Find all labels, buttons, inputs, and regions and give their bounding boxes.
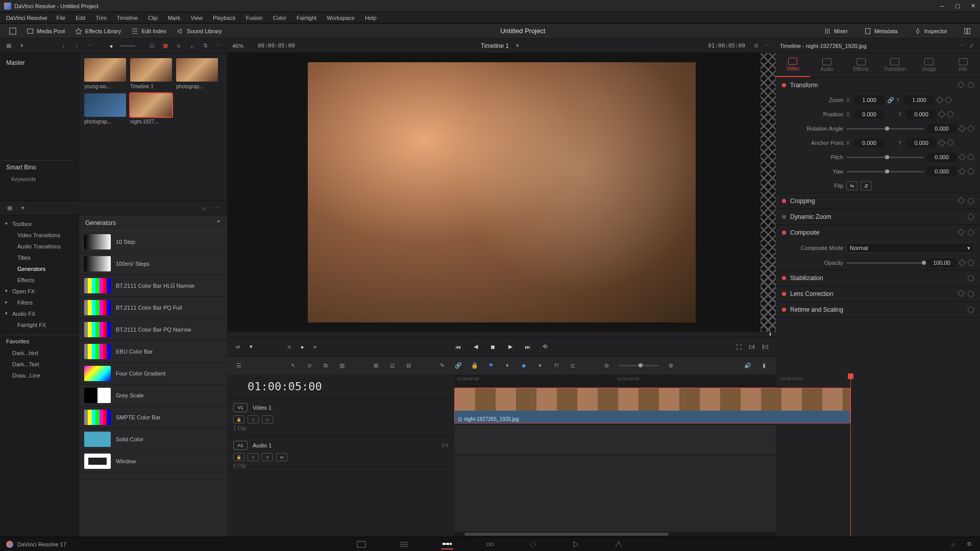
effects-library-button[interactable]: Effects Library <box>70 26 126 37</box>
tree-effects[interactable]: Effects <box>1 274 78 286</box>
track-disable-icon[interactable]: ▭ <box>262 415 273 423</box>
section-enable-dot[interactable] <box>782 83 786 87</box>
loop-button[interactable]: ⟲ <box>541 342 550 352</box>
marker-dropdown-icon[interactable]: ▾ <box>535 361 545 370</box>
section-enable-dot[interactable] <box>782 276 786 280</box>
favorite-item[interactable]: Dark...Text <box>1 359 78 370</box>
yaw-slider[interactable] <box>846 171 924 172</box>
tree-audio-transitions[interactable]: Audio Transitions <box>1 241 78 252</box>
zoom-y-field[interactable] <box>904 95 934 105</box>
audio-icon[interactable]: 🔊 <box>743 361 752 370</box>
generator-item[interactable]: SMPTE Color Bar <box>79 407 227 429</box>
keyframe-icon[interactable] <box>938 111 945 118</box>
generator-item[interactable]: Four Color Gradient <box>79 363 227 385</box>
timeline-ruler[interactable]: 01:00:00:00 01:00:02:00 01:00:04:25 <box>454 374 776 387</box>
record-icon[interactable]: ● <box>107 41 116 51</box>
track-tag-a1[interactable]: A1 <box>233 441 248 450</box>
pitch-field[interactable] <box>927 153 957 162</box>
track-solo-icon[interactable]: S <box>262 453 273 461</box>
last-frame-button[interactable]: ⏭ <box>523 342 532 352</box>
reset-icon[interactable] <box>968 168 974 174</box>
tree-titles[interactable]: Titles <box>1 252 78 263</box>
audio-track-header[interactable]: A1 Audio 1 2.0 🔒 ◇ S M 0 Clip <box>227 437 454 467</box>
track-arm-icon[interactable]: ◇ <box>248 453 259 461</box>
link-icon[interactable]: 🔗 <box>887 97 893 103</box>
edit-index-button[interactable]: Edit Index <box>126 26 172 37</box>
fullscreen-viewer-icon[interactable]: ⛶ <box>734 342 743 352</box>
play-button[interactable]: ▶ <box>506 342 515 352</box>
track-lock-icon[interactable]: 🔒 <box>233 415 244 423</box>
opacity-slider[interactable] <box>846 262 924 264</box>
flag-icon[interactable]: ⚑ <box>486 361 496 370</box>
generator-item[interactable]: Window <box>79 450 227 472</box>
lock-icon[interactable]: 🔒 <box>470 361 479 370</box>
menu-playback[interactable]: Playback <box>208 15 241 21</box>
video-track[interactable]: ⊡night-1927265_1920.jpg <box>454 387 776 424</box>
zoom-x-field[interactable] <box>854 95 884 105</box>
step-fwd-icon[interactable]: ▷| <box>747 342 756 352</box>
nav-fwd-icon[interactable]: › <box>72 41 81 51</box>
audio-track[interactable] <box>454 424 776 455</box>
track-auto-icon[interactable]: ◇ <box>248 415 259 423</box>
thumb-view-icon[interactable]: ▦ <box>161 41 170 51</box>
generator-item[interactable]: BT.2111 Color Bar PQ Narrow <box>79 319 227 341</box>
menu-clip[interactable]: Clip <box>143 15 163 21</box>
viewer[interactable] <box>227 53 776 332</box>
timeline-dropdown-icon[interactable]: ▾ <box>513 41 522 51</box>
next-edit-icon[interactable]: ▹ <box>311 342 320 352</box>
section-enable-dot[interactable] <box>782 292 786 296</box>
selection-tool[interactable]: ↖ <box>288 361 298 370</box>
tree-fairlightfx[interactable]: Fairlight FX <box>1 319 78 331</box>
tree-generators[interactable]: Generators <box>1 263 78 274</box>
timeline-view-icon[interactable]: ☰ <box>234 361 243 370</box>
reset-icon[interactable] <box>968 214 974 220</box>
keyframe-icon[interactable] <box>958 81 965 88</box>
timeline-clip[interactable]: ⊡night-1927265_1920.jpg <box>454 388 850 423</box>
crop-mode-icon[interactable]: ▱ <box>233 342 242 352</box>
reset-icon[interactable] <box>968 154 974 160</box>
close-button[interactable]: ✕ <box>970 3 976 9</box>
reset-icon[interactable] <box>968 291 974 297</box>
reset-icon[interactable] <box>968 230 974 236</box>
inspector-expand-icon[interactable]: ⤢ <box>967 41 976 51</box>
menu-mark[interactable]: Mark <box>163 15 185 21</box>
viewer-zoom[interactable]: 46% <box>232 43 243 49</box>
rotation-field[interactable] <box>927 124 957 133</box>
keyframe-icon[interactable] <box>936 96 943 104</box>
replace-clip-icon[interactable]: ⊟ <box>404 361 413 370</box>
mixer-button[interactable]: Mixer <box>819 26 853 37</box>
page-fairlight[interactable] <box>570 539 582 549</box>
stop-button[interactable]: ⏹ <box>488 342 498 352</box>
reset-icon[interactable] <box>968 126 974 132</box>
link-icon[interactable]: 🔗 <box>454 361 463 370</box>
anchor-x-field[interactable] <box>854 138 884 147</box>
timeline-timecode[interactable]: 01:00:05:00 <box>227 374 454 399</box>
dynamic-trim-tool[interactable]: ⧉ <box>321 361 330 370</box>
generator-item[interactable]: 10 Step <box>79 231 227 253</box>
keyframe-icon[interactable] <box>958 197 965 204</box>
match-frame-icon[interactable]: ● <box>298 342 307 352</box>
tree-filters[interactable]: Filters <box>1 297 78 308</box>
inspector-button[interactable]: Inspector <box>909 26 952 37</box>
menu-workspace[interactable]: Workspace <box>322 15 360 21</box>
section-enable-dot[interactable] <box>782 215 786 219</box>
clip-thumb[interactable]: night-1927... <box>130 93 172 124</box>
track-tag-v1[interactable]: V1 <box>233 403 248 412</box>
media-pool-button[interactable]: Media Pool <box>21 26 70 37</box>
generator-item[interactable]: EBU Color Bar <box>79 341 227 363</box>
sound-library-button[interactable]: Sound Library <box>172 26 227 37</box>
effects-options-icon[interactable]: ⋯ <box>213 204 222 213</box>
flag-dropdown-icon[interactable]: ▾ <box>503 361 512 370</box>
reset-icon[interactable] <box>968 82 974 88</box>
menu-trim[interactable]: Trim <box>90 15 112 21</box>
menu-edit[interactable]: Edit <box>70 15 90 21</box>
link-selection-icon[interactable]: ⊏ <box>568 361 577 370</box>
menu-help[interactable]: Help <box>360 15 382 21</box>
zoom-out-icon[interactable]: ⊖ <box>602 361 611 370</box>
sort-icon[interactable]: ⇅ <box>201 41 210 51</box>
composite-mode-select[interactable]: Normal▾ <box>846 243 974 253</box>
page-deliver[interactable] <box>612 539 625 549</box>
generator-item[interactable]: 100mV Steps <box>79 253 227 275</box>
lens-correction-section-header[interactable]: Lens Correction <box>776 286 980 302</box>
menu-timeline[interactable]: Timeline <box>112 15 143 21</box>
